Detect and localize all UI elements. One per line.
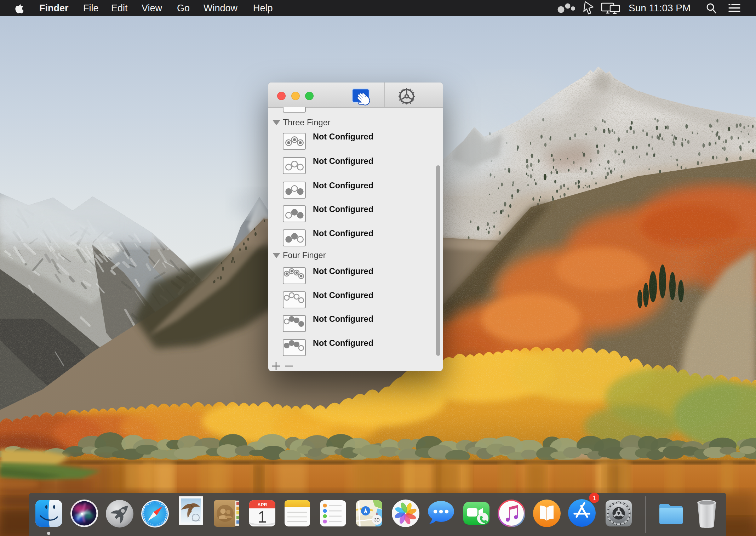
svg-text:1: 1	[258, 508, 267, 526]
svg-text:3D: 3D	[374, 518, 380, 523]
svg-text:1: 1	[592, 494, 596, 502]
svg-text:APR: APR	[257, 502, 267, 507]
